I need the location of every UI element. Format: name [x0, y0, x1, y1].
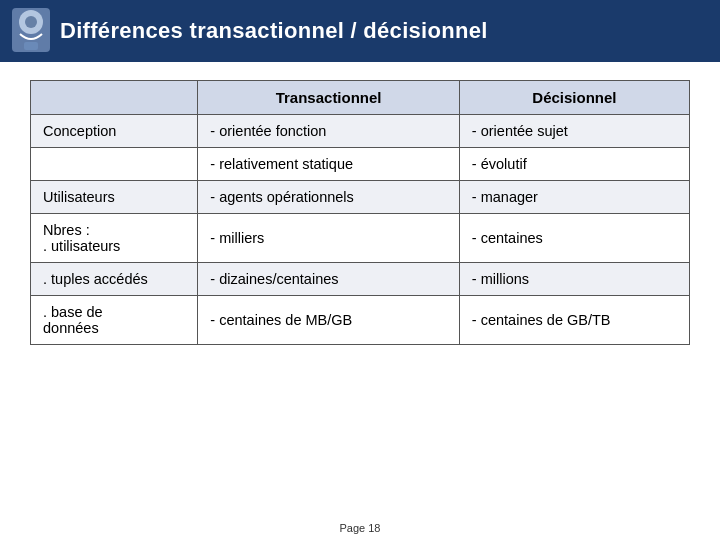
row-decisionnel: - évolutif	[459, 148, 689, 181]
row-label: Conception	[31, 115, 198, 148]
row-label: Utilisateurs	[31, 181, 198, 214]
table-row: Nbres : . utilisateurs - milliers - cent…	[31, 214, 690, 263]
row-label: Nbres : . utilisateurs	[31, 214, 198, 263]
page-title: Différences transactionnel / décisionnel	[60, 18, 488, 44]
row-transactionnel: - milliers	[198, 214, 460, 263]
footer: Page 18	[0, 518, 720, 540]
table-row: Utilisateurs - agents opérationnels - ma…	[31, 181, 690, 214]
col-header-label	[31, 81, 198, 115]
base-line1: . base de	[43, 304, 103, 320]
header-logo	[10, 6, 52, 54]
col-header-transactionnel: Transactionnel	[198, 81, 460, 115]
row-decisionnel: - millions	[459, 263, 689, 296]
row-decisionnel: - centaines de GB/TB	[459, 296, 689, 345]
svg-rect-3	[24, 42, 38, 50]
col-header-decisionnel: Décisionnel	[459, 81, 689, 115]
row-decisionnel: - manager	[459, 181, 689, 214]
comparison-table: Transactionnel Décisionnel Conception - …	[30, 80, 690, 345]
row-transactionnel: - relativement statique	[198, 148, 460, 181]
row-label: . tuples accédés	[31, 263, 198, 296]
row-transactionnel: - dizaines/centaines	[198, 263, 460, 296]
row-transactionnel: - centaines de MB/GB	[198, 296, 460, 345]
base-line2: données	[43, 320, 99, 336]
table-row: . base de données - centaines de MB/GB -…	[31, 296, 690, 345]
table-header-row: Transactionnel Décisionnel	[31, 81, 690, 115]
page-number: Page 18	[340, 522, 381, 534]
main-content: Transactionnel Décisionnel Conception - …	[0, 62, 720, 518]
table-row: - relativement statique - évolutif	[31, 148, 690, 181]
table-row: . tuples accédés - dizaines/centaines - …	[31, 263, 690, 296]
page-container: Différences transactionnel / décisionnel…	[0, 0, 720, 540]
nbres-line2: . utilisateurs	[43, 238, 120, 254]
header: Différences transactionnel / décisionnel	[0, 0, 720, 62]
nbres-line1: Nbres :	[43, 222, 90, 238]
table-row: Conception - orientée fonction - orienté…	[31, 115, 690, 148]
row-label	[31, 148, 198, 181]
row-label: . base de données	[31, 296, 198, 345]
svg-point-2	[25, 16, 37, 28]
row-decisionnel: - orientée sujet	[459, 115, 689, 148]
row-decisionnel: - centaines	[459, 214, 689, 263]
row-transactionnel: - orientée fonction	[198, 115, 460, 148]
row-transactionnel: - agents opérationnels	[198, 181, 460, 214]
